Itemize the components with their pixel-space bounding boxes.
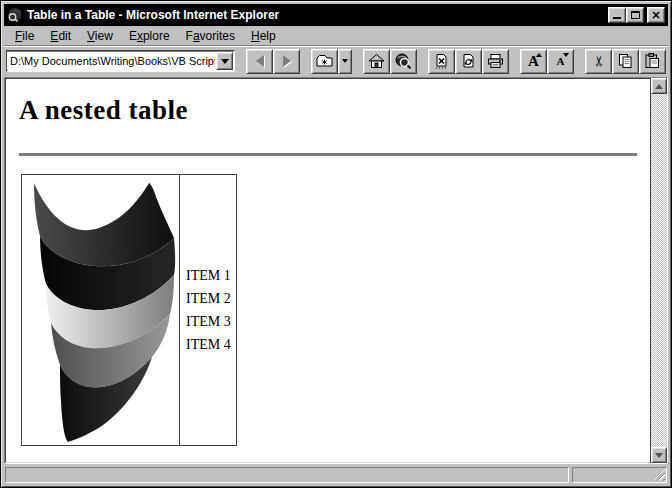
cut-icon: ✂: [591, 55, 605, 67]
menu-view[interactable]: View: [80, 27, 120, 45]
menu-file[interactable]: File: [8, 27, 41, 45]
resize-grip[interactable]: [653, 469, 665, 481]
back-icon: [256, 55, 264, 67]
address-dropdown-button[interactable]: [216, 52, 233, 70]
menubar: File Edit View Explore Favorites Help: [4, 26, 668, 46]
ribbon-image: [23, 176, 178, 444]
cut-button[interactable]: ✂: [585, 49, 612, 74]
home-icon: [367, 52, 386, 70]
stop-button[interactable]: [428, 49, 455, 74]
search-button[interactable]: [390, 49, 417, 74]
close-button[interactable]: ×: [647, 7, 665, 23]
scroll-up-button[interactable]: [651, 78, 667, 94]
maximize-button[interactable]: [626, 7, 644, 23]
table-cell-items: ITEM 1 ITEM 2 ITEM 3 ITEM 4: [180, 175, 236, 445]
statusbar: [4, 464, 668, 484]
refresh-button[interactable]: [455, 49, 482, 74]
scroll-down-icon: [655, 453, 663, 458]
font-smaller-button[interactable]: A: [547, 49, 574, 74]
toolbar: A A ✂: [4, 46, 668, 76]
paste-button[interactable]: [639, 49, 666, 74]
list-item: ITEM 4: [186, 333, 236, 356]
menu-explore[interactable]: Explore: [122, 27, 177, 45]
titlebar[interactable]: Table in a Table - Microsoft Internet Ex…: [4, 4, 668, 26]
scroll-up-icon: [655, 84, 663, 89]
minimize-button[interactable]: [608, 7, 626, 23]
browser-window: Table in a Table - Microsoft Internet Ex…: [0, 0, 672, 488]
refresh-icon: [459, 52, 478, 70]
paste-icon: [643, 52, 662, 70]
back-button[interactable]: [246, 49, 273, 74]
page-title: A nested table: [19, 95, 650, 126]
copy-icon: [616, 52, 635, 70]
horizontal-rule: [19, 153, 637, 156]
menu-help[interactable]: Help: [244, 27, 283, 45]
list-item: ITEM 3: [186, 310, 236, 333]
address-input[interactable]: [7, 52, 216, 70]
maximize-icon: [631, 11, 640, 19]
address-combobox: [6, 50, 235, 72]
window-title: Table in a Table - Microsoft Internet Ex…: [27, 8, 604, 22]
nested-table: ITEM 1 ITEM 2 ITEM 3 ITEM 4: [21, 174, 237, 446]
print-button[interactable]: [482, 49, 509, 74]
font-smaller-icon: A: [557, 56, 565, 67]
search-icon: [394, 52, 413, 70]
forward-icon: [283, 55, 291, 67]
document-page: A nested table: [5, 78, 650, 463]
print-icon: [486, 52, 505, 70]
menu-favorites[interactable]: Favorites: [179, 27, 242, 45]
status-secondary-panel: [572, 467, 667, 483]
scroll-down-button[interactable]: [651, 447, 667, 463]
font-larger-button[interactable]: A: [520, 49, 547, 74]
list-item: ITEM 1: [186, 264, 236, 287]
favorites-dropdown-button[interactable]: [338, 49, 352, 74]
stop-page-icon: [432, 52, 451, 70]
home-button[interactable]: [363, 49, 390, 74]
chevron-down-icon: [342, 59, 348, 63]
internet-explorer-icon[interactable]: [7, 7, 23, 23]
menu-edit[interactable]: Edit: [43, 27, 78, 45]
list-item: ITEM 2: [186, 287, 236, 310]
forward-button[interactable]: [273, 49, 300, 74]
table-cell-image: [22, 175, 180, 445]
favorites-folder-icon: [315, 52, 334, 70]
copy-button[interactable]: [612, 49, 639, 74]
close-icon: ×: [651, 10, 661, 20]
vertical-scrollbar[interactable]: [650, 78, 667, 463]
favorites-button[interactable]: [311, 49, 338, 74]
chevron-down-icon: [221, 59, 229, 64]
status-message-panel: [5, 467, 569, 483]
minimize-icon: [613, 17, 621, 19]
scrollbar-track[interactable]: [651, 94, 667, 447]
content-area: A nested table: [4, 77, 668, 464]
